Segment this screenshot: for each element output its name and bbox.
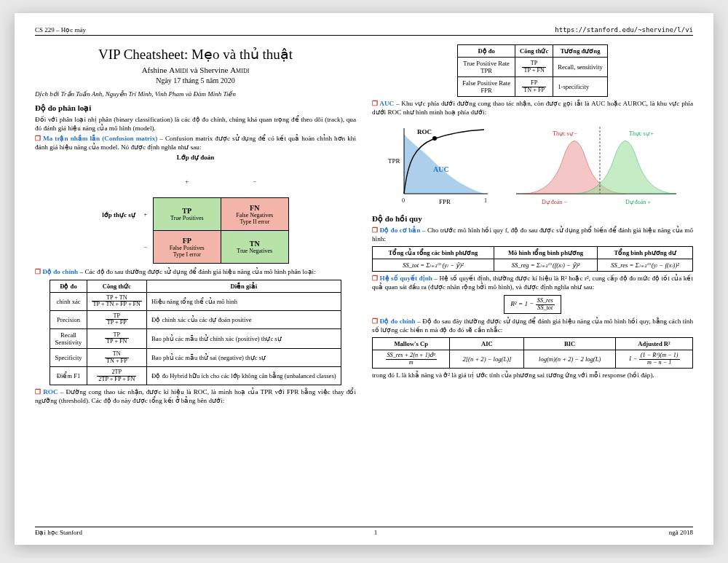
th-roc-metric: Độ đo	[458, 45, 515, 58]
adv-table: Mallow's Cp AIC BIC Adjusted R² SS_res +…	[372, 337, 693, 369]
table-row: chính xácTP + TNTP + TN + FP + FNHiệu nă…	[50, 292, 341, 310]
svg-text:Thực sự +: Thực sự +	[629, 130, 654, 137]
cell-tn: TNTrue Negatives	[221, 231, 288, 264]
authors: Afshine Amidi và Shervine Amidi	[35, 66, 356, 74]
cell-tp: TPTrue Positives	[153, 198, 221, 231]
table-row: SpecificityTNTN + FPBao phủ các mẫu thử …	[50, 348, 341, 366]
auc-intro: ❒ AUC – Khu vực phía dưới đường cong tha…	[372, 100, 693, 117]
th-ss-res: Tổng bình phương dư	[598, 247, 693, 259]
aic-formula: 2[(n + 2) − log(L)]	[450, 350, 524, 369]
author-mid: và Shervine	[188, 66, 230, 74]
roc-intro: ❒ ROC – Đường cong thao tác nhận, được k…	[35, 388, 356, 405]
r2-intro: ❒ Hệ số quyết định – Hệ số quyết định, t…	[372, 275, 693, 291]
footer-page: 1	[374, 529, 378, 536]
confusion-def: ❒ Ma trận nhầm lẫn (Confusion matrix) – …	[35, 135, 356, 151]
page: CS 229 – Học máy https://stanford.edu/~s…	[15, 13, 713, 545]
svg-text:0: 0	[402, 197, 405, 204]
roc-table: Độ đoCông thứcTương đương True Positive …	[457, 44, 608, 97]
page-title: VIP Cheatsheet: Mẹo và thủ thuật	[35, 46, 356, 63]
th-aic: AIC	[450, 338, 524, 350]
svg-text:TPR: TPR	[388, 157, 400, 165]
charts-row: TPR FPR ROC AUC 0 1 Thực sự − Thực sự + …	[372, 121, 693, 208]
cp-formula: SS_res + 2(n + 1)σ̂²m	[373, 350, 450, 369]
th-cp: Mallow's Cp	[373, 338, 450, 350]
basic-intro: ❒ Độ đo cơ bản – Cho trước mô hình hồi q…	[372, 227, 693, 243]
confusion-table: +− + TPTrue Positives FNFalse NegativesT…	[138, 165, 289, 264]
confusion-matrix: lớp thực sự +− + TPTrue Positives FNFals…	[35, 165, 356, 264]
table-row: PrecisionTPTP + FPĐộ chính xác của các d…	[50, 310, 341, 328]
ss-reg: SS_reg = Σᵢ₌₁ᵐ (f(xᵢ) − ȳ)²	[494, 259, 597, 272]
section-regression: Độ đo hồi quy	[372, 214, 693, 224]
date: Ngày 17 tháng 5 năm 2020	[35, 76, 356, 84]
term-roc: ROC	[43, 388, 58, 395]
author-prefix: Afshine	[142, 66, 170, 74]
main2-intro: ❒ Độ đo chính – Độ đo sau đây thường đượ…	[372, 318, 693, 334]
conf-top-label: Lớp dự đoán	[35, 154, 356, 161]
cell-fn: FNFalse NegativesType II error	[221, 198, 288, 231]
svg-text:ROC: ROC	[417, 128, 432, 135]
page-footer: Đại học Stanford 1 ngã 2018	[35, 527, 693, 536]
auc-text: – Khu vực phía dưới đường cong thao tác …	[372, 100, 693, 116]
metrics-table: Độ đoCông thứcDiễn giải chính xácTP + TN…	[50, 280, 341, 386]
footer-right: ngã 2018	[669, 529, 693, 536]
main-metrics-intro: ❒ Độ đo chính – Các độ đo sau thường đượ…	[35, 268, 356, 277]
conf-side-label: lớp thực sự	[102, 211, 135, 218]
term-main2: Độ đo chính	[379, 318, 415, 325]
r2-formula: R² = 1 − SS_resSS_tot	[372, 294, 693, 315]
author1: Amidi	[169, 66, 188, 74]
section-classification: Độ đo phân loại	[35, 103, 356, 113]
bic-formula: log(m)(n + 2) − 2 log(L)	[524, 350, 615, 369]
table-row: Recall SensitivityTPTP + FNBao phủ các m…	[50, 328, 341, 348]
two-column-layout: VIP Cheatsheet: Mẹo và thủ thuật Afshine…	[35, 40, 693, 513]
svg-text:AUC: AUC	[433, 165, 449, 173]
table-row: True Positive Rate TPRTPTP + FNRecall, s…	[458, 58, 608, 77]
th-formula: Công thức	[87, 280, 146, 292]
th-ss-reg: Mô hình tổng bình phương	[494, 247, 597, 259]
header-url: https://stanford.edu/~shervine/l/vi	[555, 26, 693, 34]
svg-text:Thực sự −: Thực sự −	[553, 130, 578, 137]
th-adjr2: Adjusted R²	[615, 338, 692, 350]
term-basic: Độ đo cơ bản	[379, 227, 420, 234]
translators: Dịch bởi Trần Tuấn Anh, Nguyễn Trí Minh,…	[35, 90, 356, 98]
th-bic: BIC	[524, 338, 615, 350]
svg-rect-10	[509, 121, 684, 208]
th-roc-formula: Công thức	[515, 45, 553, 58]
svg-text:1: 1	[484, 197, 487, 204]
distribution-chart: Thực sự − Thực sự + Dự đoán − Dự đoán +	[509, 121, 684, 208]
main-text: – Các độ đo sau thường được sử dụng để đ…	[78, 268, 316, 275]
svg-text:FPR: FPR	[439, 198, 451, 205]
ss-tot: SS_tot = Σᵢ₌₁ᵐ (yᵢ − ȳ)²	[373, 259, 494, 272]
th-desc: Diễn giải	[147, 280, 341, 292]
footer-left: Đại học Stanford	[35, 529, 82, 536]
svg-text:Dự đoán −: Dự đoán −	[542, 199, 567, 205]
adjr2-formula: 1 − (1 − R²)(m − 1)m − n − 1	[615, 350, 692, 369]
header-left: CS 229 – Học máy	[35, 26, 86, 34]
term-r2: Hệ số quyết định	[379, 275, 432, 282]
svg-rect-0	[382, 121, 499, 208]
table-row: Điểm F12TP2TP + FP + FNĐộ đo Hybrid hữu …	[50, 367, 341, 385]
roc-chart: TPR FPR ROC AUC 0 1	[382, 121, 499, 208]
cell-fp: FPFalse PositivesType I error	[153, 231, 221, 264]
svg-text:Dự đoán +: Dự đoán +	[625, 199, 651, 205]
ss-res: SS_res = Σᵢ₌₁ᵐ (yᵢ − f(xᵢ))²	[598, 259, 693, 272]
author2: Amidi	[230, 66, 249, 74]
term-auc: AUC	[379, 100, 394, 107]
term-main: Độ đo chính	[42, 268, 78, 275]
th-ss-tot: Tổng của tổng các bình phương	[373, 247, 494, 259]
ss-table: Tổng của tổng các bình phươngMô hình tổn…	[372, 246, 693, 272]
basic-text: – Cho trước mô hình hồi quy f, độ đo sau…	[372, 227, 693, 243]
right-column: Độ đoCông thứcTương đương True Positive …	[372, 40, 693, 513]
table-row: False Positive Rate FPRFPTN + FP1-specif…	[458, 77, 608, 97]
roc-text: – Đường cong thao tác nhận, được kí hiệu…	[35, 388, 356, 404]
left-column: VIP Cheatsheet: Mẹo và thủ thuật Afshine…	[35, 40, 356, 513]
term-confusion: Ma trận nhầm lẫn (Confusion matrix)	[43, 135, 157, 142]
page-header: CS 229 – Học máy https://stanford.edu/~s…	[35, 26, 693, 36]
intro-paragraph: Đối với phân loại nhị phân (binary class…	[35, 116, 356, 133]
svg-point-1	[432, 136, 437, 141]
th-metric: Độ đo	[50, 280, 87, 292]
main2-text: – Độ đo sau đây thường được sử dụng để đ…	[372, 318, 693, 334]
tail-note: trong đó L là khả năng và σ̂² là giá trị…	[372, 371, 693, 380]
th-roc-eq: Tương đương	[553, 45, 608, 58]
